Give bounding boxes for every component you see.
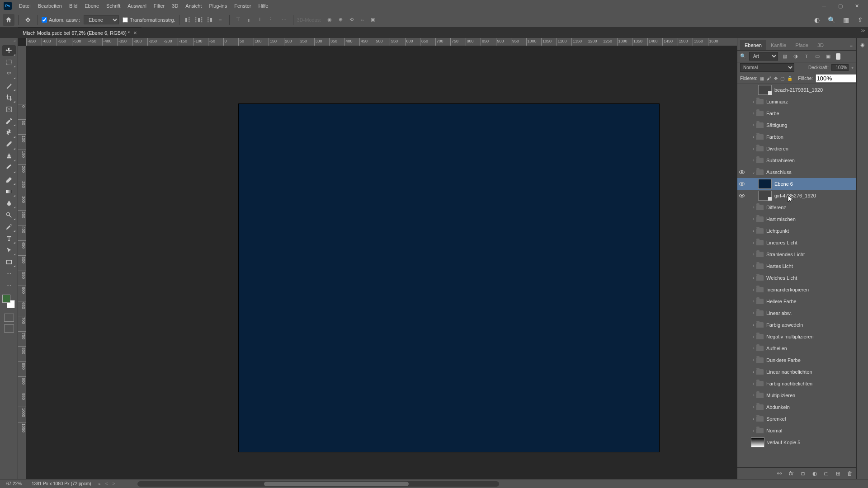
filter-shape-icon[interactable]: ▭ <box>813 53 821 60</box>
filter-toggle[interactable] <box>836 53 840 60</box>
layer-row[interactable]: Ebene 6 <box>737 178 856 190</box>
brush-tool[interactable] <box>2 139 16 150</box>
canvas-viewport[interactable] <box>26 46 737 479</box>
layer-row[interactable]: ›Normal <box>737 425 856 436</box>
align-right-icon[interactable]: ┇▮ <box>205 15 215 25</box>
layer-name[interactable]: verlauf Kopie 5 <box>767 440 854 445</box>
blend-mode-select[interactable]: Normal <box>740 63 794 72</box>
layer-row[interactable]: beach-2179361_1920 <box>737 84 856 96</box>
auto-select-checkbox[interactable]: Autom. ausw.: <box>42 17 80 23</box>
delete-layer-icon[interactable]: 🗑 <box>846 470 854 477</box>
layer-row[interactable]: ›Hart mischen <box>737 213 856 225</box>
distribute-v-icon[interactable]: ⋮ <box>266 15 276 25</box>
lock-artboard-icon[interactable]: ▢ <box>780 75 784 82</box>
tab-overflow-icon[interactable]: ≫ <box>861 28 865 33</box>
layer-thumbnail[interactable] <box>751 437 764 447</box>
more-tools-icon[interactable]: ⋯ <box>2 268 16 279</box>
history-brush-tool[interactable] <box>2 163 16 174</box>
search-icon[interactable]: 🔍 <box>826 15 836 25</box>
document-tab[interactable]: Misch Modis.psdc bei 67,2% (Ebene 6, RGB… <box>18 27 142 38</box>
menu-ebene[interactable]: Ebene <box>81 1 103 10</box>
layer-row[interactable]: ›Sättigung <box>737 119 856 131</box>
visibility-toggle[interactable] <box>737 194 746 197</box>
layer-row[interactable]: ›Farbig abwedeln <box>737 319 856 331</box>
align-top-icon[interactable]: ⊤ <box>233 15 243 25</box>
layer-row[interactable]: ›Hellere Farbe <box>737 296 856 307</box>
layer-name[interactable]: Farbig nachbelichten <box>766 381 854 386</box>
layer-name[interactable]: Farbe <box>766 111 854 116</box>
layer-row[interactable]: ›Lichtpunkt <box>737 225 856 237</box>
lock-position-icon[interactable]: ✥ <box>774 75 778 82</box>
layer-name[interactable]: Farbig abwedeln <box>766 322 854 328</box>
layer-name[interactable]: Hart mischen <box>766 216 854 222</box>
layer-row[interactable]: ›Dunklere Farbe <box>737 354 856 366</box>
layer-name[interactable]: beach-2179361_1920 <box>774 87 854 93</box>
layer-name[interactable]: Strahlendes Licht <box>766 252 854 257</box>
gradient-tool[interactable] <box>2 186 16 197</box>
layer-name[interactable]: Subtrahieren <box>766 158 854 163</box>
close-tab-icon[interactable]: × <box>133 29 137 36</box>
layer-row[interactable]: ›Farbton <box>737 131 856 143</box>
layer-row[interactable]: ›Differenz <box>737 202 856 213</box>
healing-tool[interactable] <box>2 127 16 138</box>
lock-all-icon[interactable]: 🔒 <box>787 75 793 82</box>
layer-name[interactable]: Hellere Farbe <box>766 299 854 304</box>
layer-thumbnail[interactable] <box>758 179 772 189</box>
magic-wand-tool[interactable] <box>2 80 16 91</box>
status-caret-icon[interactable]: ▸ <box>99 481 101 486</box>
layer-name[interactable]: Dividieren <box>766 146 854 151</box>
visibility-toggle[interactable] <box>737 170 746 174</box>
document-canvas[interactable] <box>239 104 659 452</box>
edit-toolbar-icon[interactable]: ⋯ <box>2 280 16 291</box>
frame-tool[interactable] <box>2 104 16 115</box>
align-middle-icon[interactable]: ⫾ <box>244 15 254 25</box>
layer-row[interactable]: ›Lineares Licht <box>737 237 856 249</box>
link-layers-icon[interactable]: ⚯ <box>776 470 783 477</box>
layer-row[interactable]: ›Weiches Licht <box>737 272 856 284</box>
menu-3d[interactable]: 3D <box>168 1 182 10</box>
layer-row[interactable]: ›Sprenkel <box>737 413 856 425</box>
share-icon[interactable]: ⇪ <box>855 15 865 25</box>
blur-tool[interactable] <box>2 198 16 209</box>
tab-pfade[interactable]: Pfade <box>791 40 813 50</box>
layer-row[interactable]: ›Aufhellen <box>737 343 856 354</box>
layer-name[interactable]: Linear abw. <box>766 310 854 316</box>
layer-row[interactable]: ›Dividieren <box>737 143 856 155</box>
layer-name[interactable]: Lineares Licht <box>766 240 854 245</box>
menu-auswahl[interactable]: Auswahl <box>124 1 150 10</box>
layer-name[interactable]: Ausschluss <box>766 169 854 175</box>
layer-thumbnail[interactable] <box>758 85 772 95</box>
layer-row[interactable]: ›Strahlendes Licht <box>737 249 856 260</box>
layer-name[interactable]: girl-4735276_1920 <box>774 193 854 198</box>
panel-menu-icon[interactable]: ≡ <box>846 41 856 50</box>
layer-name[interactable]: Ebene 6 <box>774 181 854 187</box>
layer-name[interactable]: Dunklere Farbe <box>766 357 854 363</box>
layer-name[interactable]: Ineinanderkopieren <box>766 287 854 292</box>
menu-schrift[interactable]: Schrift <box>103 1 124 10</box>
align-left-icon[interactable]: ▮┇ <box>183 15 193 25</box>
path-select-tool[interactable] <box>2 245 16 256</box>
cloud-docs-icon[interactable]: ◐ <box>812 15 822 25</box>
tab-ebenen[interactable]: Ebenen <box>740 40 766 50</box>
layer-name[interactable]: Sättigung <box>766 122 854 128</box>
eraser-tool[interactable] <box>2 174 16 185</box>
visibility-toggle[interactable] <box>737 182 746 186</box>
minimize-button[interactable]: ─ <box>816 1 832 10</box>
menu-bild[interactable]: Bild <box>66 1 81 10</box>
layer-row[interactable]: girl-4735276_1920 <box>737 190 856 202</box>
new-group-icon[interactable]: 🗀 <box>823 470 830 477</box>
menu-plug-ins[interactable]: Plug-ins <box>205 1 231 10</box>
layer-row[interactable]: ›Farbe <box>737 108 856 119</box>
color-panel-icon[interactable]: ◉ <box>859 41 867 49</box>
more-options-icon[interactable]: ⋯ <box>279 15 289 25</box>
layer-name[interactable]: Negativ multiplizieren <box>766 334 854 339</box>
horizontal-scrollbar[interactable] <box>137 481 499 487</box>
stamp-tool[interactable] <box>2 151 16 162</box>
screen-mode-icon[interactable] <box>4 324 14 333</box>
layer-name[interactable]: Farbton <box>766 134 854 140</box>
show-transform-checkbox[interactable]: Transformationsstrg. <box>123 17 175 23</box>
maximize-button[interactable]: ▢ <box>833 1 848 10</box>
layer-thumbnail[interactable] <box>758 191 772 201</box>
filter-type-icon[interactable]: T <box>802 53 811 60</box>
layer-name[interactable]: Linear nachbelichten <box>766 369 854 375</box>
